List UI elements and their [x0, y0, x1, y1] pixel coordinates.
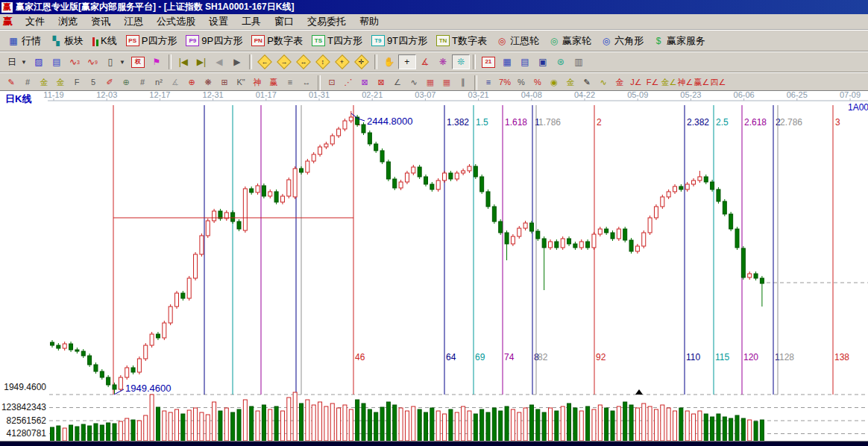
calculator-button[interactable]: ▦	[498, 54, 516, 69]
pen-ruler-tool[interactable]: ✐	[101, 75, 118, 89]
gold-circle-tool[interactable]: ◉	[546, 75, 562, 89]
percent-tool[interactable]: %	[513, 75, 529, 89]
gold-grid-tool[interactable]: 金	[36, 75, 52, 89]
indicator-icon[interactable]: ▨	[30, 54, 48, 69]
gann-web-tool-button[interactable]: ❋	[434, 54, 452, 69]
ruler-tool[interactable]: #	[134, 75, 151, 89]
calendar-button[interactable]: 21	[479, 55, 498, 69]
winner-service-button[interactable]: $赢家服务	[648, 33, 710, 49]
chart-canvas[interactable]: 11-1912-0312-1712-3101-1701-3102-2103-07…	[0, 91, 868, 442]
angle-measure-button[interactable]: ∡	[416, 54, 434, 69]
t9-square-button[interactable]: T99T四方形	[367, 33, 432, 49]
chart9-icon[interactable]: ∿9	[84, 54, 101, 69]
web-square-tool[interactable]: ⊞	[216, 75, 233, 89]
candle-type-dropdown[interactable]: ▯▼	[101, 54, 128, 69]
p9-square-button[interactable]: P99P四方形	[181, 33, 247, 49]
gold-grid2-tool[interactable]: 金	[52, 75, 69, 89]
gann-wheel-button[interactable]: ◎江恩轮	[491, 33, 544, 49]
percent-line-tool[interactable]: %	[529, 75, 546, 89]
first-page-button[interactable]: |◀	[174, 54, 192, 69]
spiral-grid-tool[interactable]: 5	[85, 75, 101, 89]
p-square-button[interactable]: PSP四方形	[122, 33, 182, 49]
menu-item-4[interactable]: 公式选股	[150, 15, 202, 28]
hexagon-button[interactable]: ◎六角形	[596, 33, 648, 49]
print-button[interactable]: ▥	[570, 54, 588, 69]
shift-left-diamond-icon: ←	[257, 54, 272, 69]
ying-angle-tool[interactable]: 赢∠	[694, 75, 710, 89]
chart3-icon[interactable]: ∿3	[66, 54, 84, 69]
candle-body	[598, 229, 602, 234]
fan-tool[interactable]: ⋰	[340, 75, 356, 89]
info-list-icon[interactable]: ▤	[48, 54, 66, 69]
web-tool[interactable]: ❋	[200, 75, 216, 89]
angle-tool[interactable]: ∡	[167, 75, 183, 89]
market-quote-button[interactable]: ▦行情	[3, 33, 45, 49]
menu-item-5[interactable]: 设置	[202, 15, 235, 28]
percent7-tool[interactable]: 7%	[497, 75, 513, 89]
center-diamond[interactable]: +	[333, 54, 352, 70]
sector-button[interactable]: ▚板块	[45, 33, 88, 49]
kline-button[interactable]: K线	[88, 33, 122, 49]
hand-tool-button[interactable]: ✋	[380, 54, 398, 69]
gold-line-tool[interactable]: 金	[562, 75, 579, 89]
red-grid2-tool[interactable]: ▦	[438, 75, 455, 89]
winner-wheel-button[interactable]: ◎赢家轮	[544, 33, 596, 49]
exright-icon[interactable]: 权	[128, 55, 148, 69]
width-measure-tool[interactable]: ↔	[298, 75, 315, 89]
parallel-line-tool[interactable]: ∥	[455, 75, 471, 89]
fan-box-purple-tool[interactable]: ⊠	[356, 75, 373, 89]
fib-grid-tool[interactable]: F	[69, 75, 85, 89]
gold-line-red-tool[interactable]: 金	[611, 75, 628, 89]
expand-h-diamond[interactable]: ↔	[294, 54, 313, 70]
menu-item-2[interactable]: 资讯	[84, 15, 117, 28]
menu-item-9[interactable]: 帮助	[353, 15, 386, 28]
expand-v-diamond[interactable]: ↕	[313, 54, 333, 70]
shen-angle-tool[interactable]: 神∠	[677, 75, 694, 89]
pen-candle-tool[interactable]: ✎	[579, 75, 595, 89]
fan-box-red-tool[interactable]: ⊠	[373, 75, 389, 89]
p-number-button[interactable]: PNP数字表	[247, 33, 307, 49]
notes-button[interactable]: ▤	[516, 54, 534, 69]
n2-tool[interactable]: n²	[151, 75, 167, 89]
menu-item-6[interactable]: 工具	[235, 15, 268, 28]
pen-tool[interactable]: ✎	[3, 75, 19, 89]
zigzag-tool[interactable]: ∿	[406, 75, 422, 89]
period-day-dropdown[interactable]: 日▼	[3, 54, 30, 69]
grid-ruler-tool[interactable]: #	[19, 75, 36, 89]
menu-item-0[interactable]: 文件	[19, 15, 51, 28]
gann-circle-tool[interactable]: ⊕	[118, 75, 134, 89]
volume-bar	[362, 403, 365, 441]
angle-line-tool[interactable]: ∠	[389, 75, 406, 89]
shift-right-diamond[interactable]: →	[274, 54, 294, 70]
menu-item-8[interactable]: 交易委托	[301, 15, 353, 28]
t-number-button[interactable]: TNT数字表	[432, 33, 491, 49]
reset-diamond[interactable]: ✛	[352, 54, 371, 70]
shen-ruler-tool[interactable]: 神	[249, 75, 265, 89]
number-ruler-tool[interactable]: ≡	[282, 75, 298, 89]
network-button[interactable]: ⊛	[552, 54, 570, 69]
next-page-button[interactable]: ▶	[228, 54, 246, 69]
ying-ruler-tool[interactable]: 赢	[265, 75, 282, 89]
f-angle-tool[interactable]: F∠	[644, 75, 661, 89]
box-fan-tool[interactable]: ⊡	[324, 75, 340, 89]
gold-wave-tool[interactable]: ∿	[595, 75, 611, 89]
gold-circle-tool-icon: ◉	[549, 77, 559, 88]
t-square-button[interactable]: TST四方形	[307, 33, 367, 49]
crosshair-tool-button[interactable]: +	[398, 54, 416, 69]
kwave-tool[interactable]: K"	[233, 75, 249, 89]
shift-left-diamond[interactable]: ←	[255, 54, 274, 70]
menu-item-7[interactable]: 窗口	[268, 15, 301, 28]
j-angle-tool[interactable]: J∠	[628, 75, 644, 89]
red-grid-tool[interactable]: ▦	[422, 75, 438, 89]
save-button[interactable]: ▣	[534, 54, 552, 69]
si-angle-tool[interactable]: 四∠	[710, 75, 726, 89]
gold-angle-tool[interactable]: 金∠	[661, 75, 677, 89]
menu-item-1[interactable]: 浏览	[51, 15, 84, 28]
gann-sphere-tool-button[interactable]: ❊	[452, 54, 470, 69]
menu-item-3[interactable]: 江恩	[117, 15, 150, 28]
last-page-button[interactable]: ▶|	[192, 54, 210, 69]
flag-chart-icon[interactable]: ⚑	[148, 54, 166, 69]
prev-page-button[interactable]: ◀	[210, 54, 228, 69]
price-scale-tool[interactable]: ≡	[480, 75, 497, 89]
target-tool[interactable]: ⊕	[183, 75, 200, 89]
